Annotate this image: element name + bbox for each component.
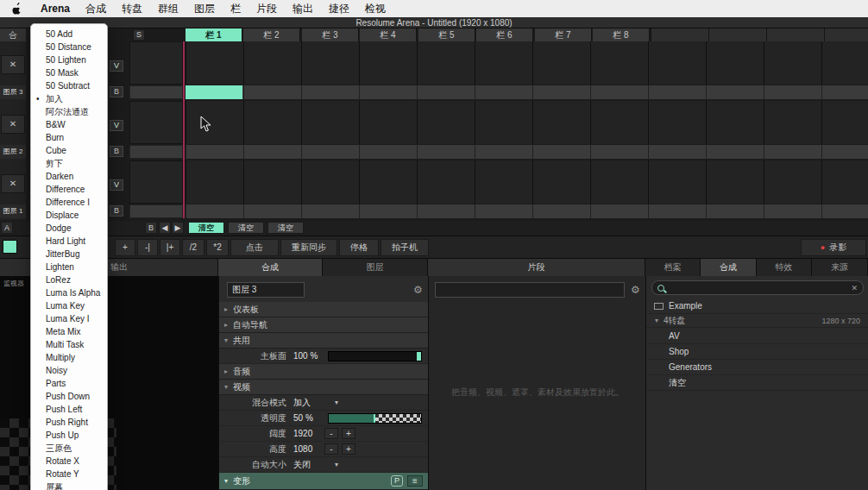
column-header-6[interactable]: 栏 6 — [476, 28, 533, 41]
blend-menu-item[interactable]: Displace — [31, 209, 107, 222]
blend-menu-item[interactable]: Parts — [31, 377, 107, 390]
blend-menu-item[interactable]: 50 Lighten — [31, 53, 107, 66]
clip-name-row-layer1[interactable] — [186, 204, 868, 218]
bpm-plus-button[interactable]: + — [115, 239, 135, 256]
bpm-half-button[interactable]: /2 — [182, 239, 204, 256]
layer3-label[interactable]: 图层 3 — [0, 85, 26, 99]
blend-menu-item[interactable]: Push Down — [31, 390, 107, 403]
composition-active-button[interactable] — [3, 240, 17, 254]
blend-menu-item[interactable]: Multi Task — [31, 338, 107, 351]
clip-cells-row-layer3[interactable] — [186, 41, 868, 85]
layer-name-cell[interactable] — [129, 145, 183, 159]
blend-menu-item[interactable]: Difference — [31, 183, 107, 196]
pause-button[interactable]: 停格 — [339, 239, 379, 256]
nudge-down-button[interactable]: -| — [137, 239, 158, 256]
search-input[interactable] — [670, 283, 851, 292]
menubar-item-shortcuts[interactable]: 捷径 — [321, 0, 357, 17]
blend-menu-item[interactable]: Push Left — [31, 403, 107, 416]
layer3-bypass-toggle[interactable]: B — [110, 86, 123, 97]
layer3-video-toggle[interactable]: V — [110, 60, 123, 72]
gear-icon[interactable]: ⚙ — [631, 283, 640, 297]
transform-menu-button[interactable]: ≡ — [407, 475, 423, 487]
chevron-down-icon[interactable]: ▾ — [650, 317, 664, 324]
section-dashboard[interactable]: ▸ 仪表板 — [219, 302, 429, 317]
layer2-video-toggle[interactable]: V — [110, 120, 123, 131]
resync-button[interactable]: 重新同步 — [280, 239, 337, 256]
layer-master-cell[interactable] — [129, 160, 183, 204]
active-clip-cell[interactable] — [186, 85, 242, 99]
blend-menu-item[interactable]: 剪下 — [31, 157, 107, 170]
column-header-5[interactable]: 栏 5 — [418, 28, 475, 41]
section-autopilot[interactable]: ▸ 自动导航 — [219, 317, 429, 333]
blend-menu-item[interactable]: 屏幕 — [31, 481, 107, 490]
browser-folder-shop[interactable]: Shop — [646, 344, 868, 360]
layer-master-cell[interactable] — [129, 101, 183, 144]
tab-layer[interactable]: 图层 — [323, 259, 428, 276]
clear-button-3[interactable]: 清空 — [267, 222, 304, 234]
crossfader-a-button[interactable]: A — [1, 222, 13, 234]
blend-menu-item[interactable]: LoRez — [31, 273, 107, 286]
tab-composition[interactable]: 合成 — [218, 259, 323, 276]
column-header-3[interactable]: 栏 3 — [302, 28, 359, 41]
section-audio[interactable]: ▸ 音频 — [219, 364, 429, 380]
browser-item-example[interactable]: Example — [646, 298, 868, 314]
opacity-slider[interactable] — [328, 413, 422, 424]
transform-p-button[interactable]: P — [391, 475, 403, 487]
menubar-item-column[interactable]: 栏 — [223, 0, 248, 17]
blend-menu-item[interactable]: Push Up — [31, 429, 107, 442]
column-header-7[interactable]: 栏 7 — [535, 28, 592, 41]
tab-files[interactable]: 档案 — [645, 259, 701, 276]
blend-mode-value[interactable]: 加入 — [293, 397, 321, 409]
blend-menu-item[interactable]: Noisy — [31, 364, 107, 377]
blend-menu-item[interactable]: 50 Mask — [31, 66, 107, 79]
clip-name-row-layer3[interactable] — [186, 85, 868, 99]
menubar-item-output[interactable]: 输出 — [285, 0, 321, 17]
blend-menu-item[interactable]: Darken — [31, 170, 107, 183]
clip-cells-row-layer1[interactable] — [186, 160, 868, 204]
section-video[interactable]: ▾ 视频 — [219, 380, 429, 395]
blend-menu-item[interactable]: JitterBug — [31, 248, 107, 261]
blend-menu-item[interactable]: Rotate X — [31, 455, 107, 468]
tap-button[interactable]: 点击 — [230, 239, 279, 256]
tab-sources[interactable]: 来源 — [812, 259, 868, 276]
blend-menu-item[interactable]: Meta Mix — [31, 325, 107, 338]
layer1-video-toggle[interactable]: V — [110, 179, 123, 191]
clip-name-row-layer2[interactable] — [186, 145, 868, 159]
blend-menu-item[interactable]: Difference I — [31, 196, 107, 209]
layer2-label[interactable]: 图层 2 — [0, 145, 26, 159]
layer-name-input[interactable] — [227, 282, 305, 298]
autosize-value[interactable]: 关闭 — [293, 459, 321, 471]
blend-menu-item[interactable]: 阿尔法通道 — [31, 105, 107, 118]
layer1-clear-button[interactable]: ✕ — [1, 174, 25, 193]
tab-clip[interactable]: 片段 — [428, 259, 645, 276]
blend-menu-item[interactable]: Luma Key — [31, 299, 107, 312]
blend-menu-item[interactable]: Burn — [31, 131, 107, 144]
blend-menu-item[interactable]: Luma Is Alpha — [31, 286, 107, 299]
blend-menu-item[interactable]: Push Right — [31, 416, 107, 429]
menubar-item-layer[interactable]: 图层 — [186, 0, 223, 17]
blend-menu-item[interactable]: Rotate Y — [31, 468, 107, 481]
browser-item-example-detail[interactable]: ▾ 4转盘 1280 x 720 — [646, 314, 868, 328]
clip-cells-row-layer2[interactable] — [186, 101, 868, 144]
search-clear-icon[interactable]: ✕ — [851, 284, 858, 292]
master-slider[interactable] — [328, 351, 422, 361]
width-value[interactable]: 1920 — [293, 429, 321, 438]
section-transform[interactable]: ▾ 变形 P ≡ — [219, 473, 429, 490]
layer-master-cell[interactable] — [129, 41, 183, 85]
width-increment-button[interactable]: + — [342, 428, 355, 439]
menubar-item-composition[interactable]: 合成 — [78, 0, 114, 17]
menubar-item-deck[interactable]: 转盘 — [114, 0, 150, 17]
blend-menu-item[interactable]: Cube — [31, 144, 107, 157]
chevron-down-icon[interactable]: ▾ — [335, 399, 338, 406]
blend-menu-item[interactable]: Luma Key I — [31, 312, 107, 325]
layer2-clear-button[interactable]: ✕ — [1, 115, 25, 134]
apple-menu-icon[interactable] — [0, 3, 33, 15]
column-header-4[interactable]: 栏 4 — [360, 28, 417, 41]
column-header-2[interactable]: 栏 2 — [243, 28, 300, 41]
crossfader-b-button[interactable]: B — [145, 222, 157, 234]
menubar-item-view[interactable]: 检视 — [357, 0, 393, 17]
clip-name-input[interactable] — [435, 282, 625, 298]
blend-menu-item[interactable]: Hard Light — [31, 235, 107, 248]
height-value[interactable]: 1080 — [293, 444, 321, 454]
column-header-8[interactable]: 栏 8 — [593, 28, 650, 41]
